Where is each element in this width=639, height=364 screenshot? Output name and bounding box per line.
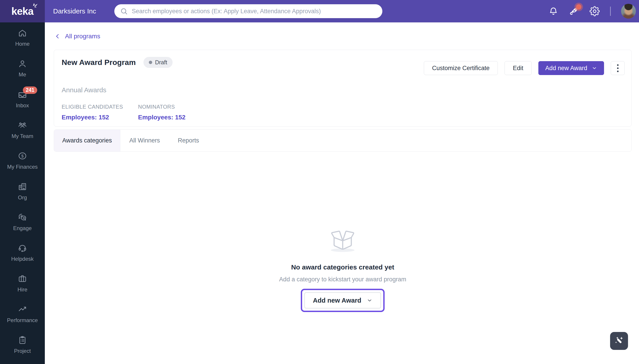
nominators-col: NOMINATORS Employees: 152	[138, 104, 215, 121]
tab-reports[interactable]: Reports	[169, 130, 208, 152]
sidebar-item-engage[interactable]: Engage	[0, 206, 45, 237]
add-new-award-button[interactable]: Add new Award	[538, 61, 604, 75]
tabs-bar: Awards categories All Winners Reports	[54, 130, 631, 152]
sidebar-item-project[interactable]: Project	[0, 329, 45, 360]
global-search[interactable]	[114, 4, 382, 18]
team-icon	[18, 120, 27, 130]
ai-assistant-wand-button[interactable]	[610, 332, 628, 350]
status-badge: Draft	[144, 57, 173, 68]
search-icon	[120, 8, 128, 15]
company-name: Darksiders Inc	[53, 0, 96, 22]
sidebar-item-me[interactable]: Me	[0, 53, 45, 84]
sidebar-item-hire[interactable]: Hire	[0, 268, 45, 298]
search-input[interactable]	[132, 8, 377, 15]
back-to-all-programs[interactable]: All programs	[54, 33, 100, 40]
empty-box-icon	[326, 226, 359, 253]
nominators-link[interactable]: Employees: 152	[138, 114, 206, 121]
header-actions	[548, 0, 636, 22]
program-title: New Award Program	[62, 58, 136, 67]
keka-logo-text: keka	[12, 5, 34, 17]
keka-logo[interactable]: keka	[0, 0, 45, 22]
tab-awards-categories[interactable]: Awards categories	[54, 130, 120, 152]
person-icon	[18, 59, 27, 68]
add-award-highlight-ring: Add new Award	[301, 289, 385, 312]
program-meta: ELIGIBLE CANDIDATES Employees: 152 NOMIN…	[62, 104, 215, 121]
main-content: All programs New Award Program Draft Cus…	[45, 22, 639, 364]
program-name: Annual Awards	[62, 86, 107, 94]
sidebar-item-my-finances[interactable]: $ My Finances	[0, 145, 45, 176]
tab-all-winners[interactable]: All Winners	[120, 130, 169, 152]
top-header: keka Darksiders Inc	[0, 0, 639, 22]
engage-chat-icon	[18, 212, 27, 222]
sidebar-item-helpdesk[interactable]: Helpdesk	[0, 237, 45, 268]
status-dot	[149, 61, 152, 64]
chevron-down-icon	[592, 66, 597, 71]
project-clipboard-icon	[18, 335, 27, 345]
org-building-icon	[18, 182, 27, 192]
header-divider	[610, 6, 611, 16]
empty-state-subtitle: Add a category to kickstart your award p…	[279, 276, 406, 283]
eligible-candidates-label: ELIGIBLE CANDIDATES	[62, 104, 129, 110]
inbox-count-badge: 241	[23, 86, 37, 94]
performance-trend-icon	[18, 304, 27, 314]
rocket-notification-dot	[576, 4, 581, 10]
empty-add-new-award-button[interactable]: Add new Award	[304, 292, 381, 308]
dollar-circle-icon: $	[18, 151, 27, 161]
eligible-candidates-link[interactable]: Employees: 152	[62, 114, 129, 121]
magic-wand-icon	[614, 336, 624, 346]
keka-logo-burst-icon	[32, 2, 38, 9]
empty-state-title: No award categories created yet	[291, 264, 394, 271]
more-options-kebab-button[interactable]	[611, 61, 625, 75]
program-card: New Award Program Draft Customize Certif…	[54, 50, 631, 126]
user-avatar[interactable]	[621, 4, 636, 18]
sidebar-item-performance[interactable]: Performance	[0, 298, 45, 329]
hire-briefcase-icon	[18, 274, 27, 284]
chevron-down-icon	[367, 298, 372, 303]
helpdesk-headset-icon	[18, 243, 27, 253]
main-sidebar: Home Me Inbox 241 My Team $ M	[0, 22, 45, 364]
sidebar-item-home[interactable]: Home	[0, 22, 45, 53]
home-icon	[18, 28, 27, 38]
program-actions: Customize Certificate Edit Add new Award	[424, 61, 625, 75]
notifications-bell-icon[interactable]	[548, 6, 558, 16]
empty-state: No award categories created yet Add a ca…	[54, 226, 631, 312]
sidebar-item-partial[interactable]	[0, 360, 45, 364]
chevron-left-icon	[54, 33, 61, 40]
settings-gear-icon[interactable]	[589, 6, 600, 16]
program-title-row: New Award Program Draft	[62, 57, 173, 68]
sidebar-item-org[interactable]: Org	[0, 176, 45, 206]
edit-button[interactable]: Edit	[504, 61, 532, 75]
svg-text:$: $	[21, 154, 24, 158]
sidebar-item-my-team[interactable]: My Team	[0, 114, 45, 145]
sidebar-item-inbox[interactable]: Inbox 241	[0, 84, 45, 114]
eligible-candidates-col: ELIGIBLE CANDIDATES Employees: 152	[62, 104, 138, 121]
whats-new-rocket-icon[interactable]	[569, 6, 579, 16]
customize-certificate-button[interactable]: Customize Certificate	[424, 61, 498, 75]
nominators-label: NOMINATORS	[138, 104, 206, 110]
